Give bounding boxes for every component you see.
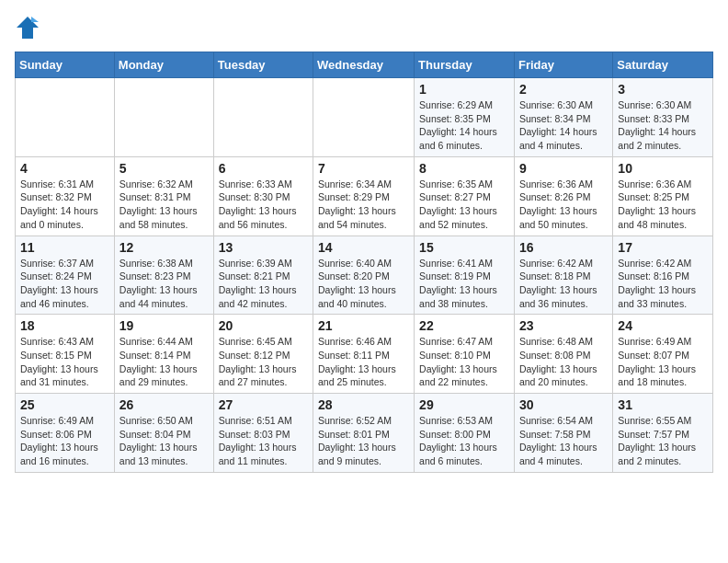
day-number: 24	[618, 318, 708, 333]
day-info: Sunrise: 6:49 AMSunset: 8:06 PMDaylight:…	[20, 414, 109, 468]
calendar-cell	[16, 78, 115, 157]
day-info: Sunrise: 6:36 AMSunset: 8:25 PMDaylight:…	[618, 178, 708, 232]
column-header-monday: Monday	[114, 52, 213, 78]
day-number: 14	[318, 240, 409, 255]
calendar-cell: 15Sunrise: 6:41 AMSunset: 8:19 PMDayligh…	[415, 236, 515, 315]
day-info: Sunrise: 6:30 AMSunset: 8:33 PMDaylight:…	[618, 98, 708, 153]
day-number: 8	[419, 161, 509, 176]
logo	[15, 15, 44, 40]
calendar-cell: 22Sunrise: 6:47 AMSunset: 8:10 PMDayligh…	[415, 315, 515, 394]
logo-icon	[15, 15, 40, 40]
day-info: Sunrise: 6:30 AMSunset: 8:34 PMDaylight:…	[519, 98, 608, 153]
day-info: Sunrise: 6:48 AMSunset: 8:08 PMDaylight:…	[519, 335, 608, 389]
day-number: 12	[119, 240, 209, 255]
calendar-header: SundayMondayTuesdayWednesdayThursdayFrid…	[16, 52, 713, 78]
day-info: Sunrise: 6:51 AMSunset: 8:03 PMDaylight:…	[219, 414, 308, 468]
calendar-table: SundayMondayTuesdayWednesdayThursdayFrid…	[15, 52, 713, 473]
calendar-week-4: 18Sunrise: 6:43 AMSunset: 8:15 PMDayligh…	[16, 315, 713, 394]
calendar-cell	[114, 78, 213, 157]
calendar-cell: 7Sunrise: 6:34 AMSunset: 8:29 PMDaylight…	[313, 156, 415, 236]
calendar-cell: 19Sunrise: 6:44 AMSunset: 8:14 PMDayligh…	[114, 315, 213, 394]
day-number: 11	[20, 240, 109, 255]
day-info: Sunrise: 6:34 AMSunset: 8:29 PMDaylight:…	[318, 178, 409, 232]
day-number: 16	[519, 240, 608, 255]
column-header-saturday: Saturday	[613, 52, 713, 78]
day-info: Sunrise: 6:31 AMSunset: 8:32 PMDaylight:…	[20, 178, 109, 232]
day-number: 31	[618, 397, 708, 412]
calendar-cell: 12Sunrise: 6:38 AMSunset: 8:23 PMDayligh…	[114, 236, 213, 315]
day-info: Sunrise: 6:39 AMSunset: 8:21 PMDaylight:…	[219, 257, 308, 311]
calendar-cell: 17Sunrise: 6:42 AMSunset: 8:16 PMDayligh…	[613, 236, 713, 315]
day-info: Sunrise: 6:53 AMSunset: 8:00 PMDaylight:…	[419, 414, 509, 468]
day-number: 22	[419, 318, 509, 333]
day-number: 30	[519, 397, 608, 412]
calendar-cell: 11Sunrise: 6:37 AMSunset: 8:24 PMDayligh…	[16, 236, 115, 315]
day-number: 23	[519, 318, 608, 333]
calendar-cell: 2Sunrise: 6:30 AMSunset: 8:34 PMDaylight…	[514, 78, 612, 157]
day-number: 2	[519, 82, 608, 97]
day-number: 17	[618, 240, 708, 255]
calendar-cell: 26Sunrise: 6:50 AMSunset: 8:04 PMDayligh…	[114, 394, 213, 473]
column-header-friday: Friday	[514, 52, 612, 78]
calendar-cell: 28Sunrise: 6:52 AMSunset: 8:01 PMDayligh…	[313, 394, 415, 473]
calendar-cell: 1Sunrise: 6:29 AMSunset: 8:35 PMDaylight…	[415, 78, 515, 157]
day-number: 25	[20, 397, 109, 412]
day-number: 6	[219, 161, 308, 176]
calendar-cell: 5Sunrise: 6:32 AMSunset: 8:31 PMDaylight…	[114, 156, 213, 236]
day-info: Sunrise: 6:29 AMSunset: 8:35 PMDaylight:…	[419, 98, 509, 153]
calendar-cell: 16Sunrise: 6:42 AMSunset: 8:18 PMDayligh…	[514, 236, 612, 315]
day-number: 18	[20, 318, 109, 333]
calendar-week-3: 11Sunrise: 6:37 AMSunset: 8:24 PMDayligh…	[16, 236, 713, 315]
day-info: Sunrise: 6:37 AMSunset: 8:24 PMDaylight:…	[20, 257, 109, 311]
day-info: Sunrise: 6:40 AMSunset: 8:20 PMDaylight:…	[318, 257, 409, 311]
calendar-cell: 10Sunrise: 6:36 AMSunset: 8:25 PMDayligh…	[613, 156, 713, 236]
day-number: 9	[519, 161, 608, 176]
column-header-tuesday: Tuesday	[213, 52, 313, 78]
day-number: 19	[119, 318, 209, 333]
svg-marker-1	[31, 17, 39, 22]
day-info: Sunrise: 6:35 AMSunset: 8:27 PMDaylight:…	[419, 178, 509, 232]
calendar-cell: 4Sunrise: 6:31 AMSunset: 8:32 PMDaylight…	[16, 156, 115, 236]
day-number: 29	[419, 397, 509, 412]
calendar-cell: 20Sunrise: 6:45 AMSunset: 8:12 PMDayligh…	[213, 315, 313, 394]
calendar-cell: 30Sunrise: 6:54 AMSunset: 7:58 PMDayligh…	[514, 394, 612, 473]
calendar-week-1: 1Sunrise: 6:29 AMSunset: 8:35 PMDaylight…	[16, 78, 713, 157]
calendar-cell: 6Sunrise: 6:33 AMSunset: 8:30 PMDaylight…	[213, 156, 313, 236]
calendar-cell: 25Sunrise: 6:49 AMSunset: 8:06 PMDayligh…	[16, 394, 115, 473]
calendar-body: 1Sunrise: 6:29 AMSunset: 8:35 PMDaylight…	[16, 78, 713, 473]
calendar-cell: 21Sunrise: 6:46 AMSunset: 8:11 PMDayligh…	[313, 315, 415, 394]
day-number: 26	[119, 397, 209, 412]
calendar-cell: 14Sunrise: 6:40 AMSunset: 8:20 PMDayligh…	[313, 236, 415, 315]
day-info: Sunrise: 6:54 AMSunset: 7:58 PMDaylight:…	[519, 414, 608, 468]
day-number: 20	[219, 318, 308, 333]
day-info: Sunrise: 6:41 AMSunset: 8:19 PMDaylight:…	[419, 257, 509, 311]
calendar-week-5: 25Sunrise: 6:49 AMSunset: 8:06 PMDayligh…	[16, 394, 713, 473]
day-info: Sunrise: 6:55 AMSunset: 7:57 PMDaylight:…	[618, 414, 708, 468]
calendar-cell: 23Sunrise: 6:48 AMSunset: 8:08 PMDayligh…	[514, 315, 612, 394]
page-header	[15, 15, 713, 40]
calendar-cell: 31Sunrise: 6:55 AMSunset: 7:57 PMDayligh…	[613, 394, 713, 473]
day-info: Sunrise: 6:38 AMSunset: 8:23 PMDaylight:…	[119, 257, 209, 311]
day-info: Sunrise: 6:44 AMSunset: 8:14 PMDaylight:…	[119, 335, 209, 389]
header-row: SundayMondayTuesdayWednesdayThursdayFrid…	[16, 52, 713, 78]
column-header-thursday: Thursday	[415, 52, 515, 78]
calendar-cell: 13Sunrise: 6:39 AMSunset: 8:21 PMDayligh…	[213, 236, 313, 315]
day-info: Sunrise: 6:36 AMSunset: 8:26 PMDaylight:…	[519, 178, 608, 232]
calendar-cell: 3Sunrise: 6:30 AMSunset: 8:33 PMDaylight…	[613, 78, 713, 157]
day-info: Sunrise: 6:42 AMSunset: 8:16 PMDaylight:…	[618, 257, 708, 311]
day-info: Sunrise: 6:50 AMSunset: 8:04 PMDaylight:…	[119, 414, 209, 468]
day-number: 3	[618, 82, 708, 97]
day-info: Sunrise: 6:42 AMSunset: 8:18 PMDaylight:…	[519, 257, 608, 311]
calendar-cell: 29Sunrise: 6:53 AMSunset: 8:00 PMDayligh…	[415, 394, 515, 473]
calendar-cell: 18Sunrise: 6:43 AMSunset: 8:15 PMDayligh…	[16, 315, 115, 394]
calendar-cell: 8Sunrise: 6:35 AMSunset: 8:27 PMDaylight…	[415, 156, 515, 236]
day-info: Sunrise: 6:46 AMSunset: 8:11 PMDaylight:…	[318, 335, 409, 389]
day-number: 27	[219, 397, 308, 412]
day-info: Sunrise: 6:49 AMSunset: 8:07 PMDaylight:…	[618, 335, 708, 389]
day-number: 15	[419, 240, 509, 255]
day-number: 28	[318, 397, 409, 412]
day-number: 1	[419, 82, 509, 97]
day-number: 13	[219, 240, 308, 255]
day-info: Sunrise: 6:47 AMSunset: 8:10 PMDaylight:…	[419, 335, 509, 389]
day-number: 7	[318, 161, 409, 176]
